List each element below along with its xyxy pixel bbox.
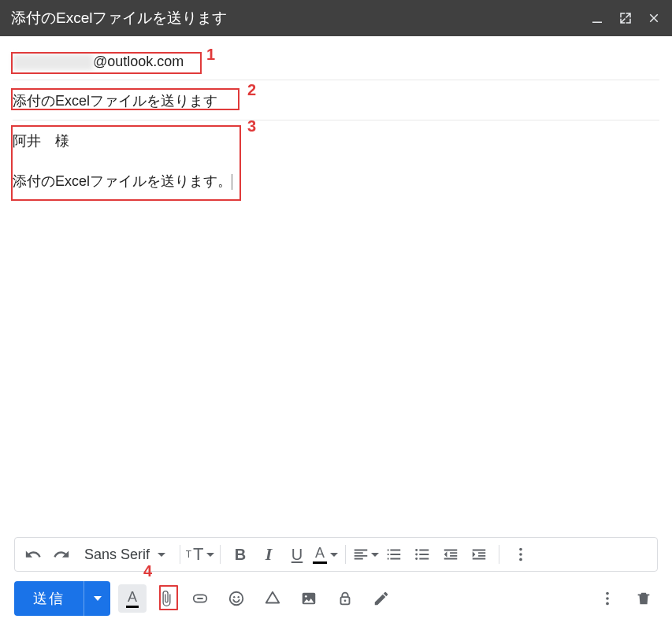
- to-field[interactable]: @outlook.com 1: [13, 36, 659, 80]
- window-controls: [590, 11, 661, 25]
- separator: [220, 545, 221, 564]
- more-vert-icon: [512, 546, 529, 563]
- font-family-picker[interactable]: Sans Serif: [76, 547, 173, 563]
- more-formatting-button[interactable]: [507, 541, 534, 568]
- text-color-button[interactable]: A: [312, 541, 339, 568]
- italic-button[interactable]: I: [255, 541, 282, 568]
- recipient-domain: @outlook.com: [93, 54, 184, 69]
- insert-link-button[interactable]: [186, 584, 214, 613]
- subject-field[interactable]: 添付のExcelファイルを送ります 2: [13, 80, 659, 120]
- send-more-button[interactable]: [84, 581, 110, 616]
- bulleted-list-icon: [414, 546, 431, 563]
- attach-file-button[interactable]: 4: [154, 584, 178, 613]
- svg-point-13: [344, 599, 347, 602]
- svg-point-15: [606, 597, 609, 600]
- annotation-number-2: 2: [247, 81, 256, 99]
- pen-icon: [373, 590, 390, 607]
- action-bar: 送信 A 4: [0, 576, 672, 630]
- svg-point-5: [519, 553, 522, 556]
- formatting-toggle-button[interactable]: A: [118, 584, 147, 613]
- paperclip-icon: [158, 590, 175, 607]
- separator: [345, 545, 346, 564]
- compose-window: 添付のExcelファイルを送ります @outlook.com 1 添付のExce…: [0, 0, 672, 630]
- insert-photo-button[interactable]: [295, 584, 323, 613]
- discard-draft-button[interactable]: [629, 584, 658, 613]
- indent-increase-button[interactable]: [466, 541, 492, 568]
- chevron-down-icon: [371, 553, 379, 557]
- svg-point-14: [606, 592, 609, 595]
- bold-icon: B: [235, 546, 246, 564]
- fullscreen-button[interactable]: [618, 11, 633, 25]
- chevron-down-icon: [94, 596, 102, 601]
- svg-point-11: [305, 595, 307, 598]
- numbered-list-button[interactable]: [381, 541, 407, 568]
- bulleted-list-button[interactable]: [409, 541, 436, 568]
- numbered-list-icon: [385, 546, 403, 563]
- send-button[interactable]: 送信: [14, 581, 84, 616]
- svg-point-9: [238, 596, 239, 598]
- font-name-label: Sans Serif: [84, 547, 150, 563]
- expand-icon: [618, 11, 633, 25]
- insert-drive-button[interactable]: [258, 584, 287, 613]
- align-left-icon: [352, 546, 369, 563]
- recipient-redacted: [13, 54, 93, 70]
- undo-icon: [24, 546, 42, 563]
- svg-point-2: [415, 554, 418, 556]
- underline-icon: U: [291, 546, 303, 564]
- recipient-chip[interactable]: @outlook.com: [13, 54, 184, 70]
- text-color-icon: A: [313, 546, 327, 564]
- text-caret: [232, 174, 232, 190]
- link-icon: [191, 590, 209, 607]
- lock-clock-icon: [336, 590, 354, 607]
- body-greeting: 阿井 様: [13, 130, 659, 153]
- undo-button[interactable]: [20, 541, 46, 568]
- formatting-icon: A: [126, 590, 139, 608]
- svg-rect-0: [592, 22, 602, 24]
- indent-increase-icon: [470, 546, 488, 563]
- drive-icon: [264, 590, 281, 607]
- font-size-icon: TT: [186, 544, 204, 565]
- body-line-2: 添付のExcelファイルを送ります。: [13, 170, 659, 193]
- subject-text: 添付のExcelファイルを送ります: [13, 93, 217, 109]
- close-icon: [647, 11, 661, 25]
- insert-emoji-button[interactable]: [222, 584, 251, 613]
- redo-button[interactable]: [48, 541, 75, 568]
- svg-point-7: [230, 592, 243, 606]
- underline-button[interactable]: U: [284, 541, 310, 568]
- header-fields: @outlook.com 1 添付のExcelファイルを送ります 2: [0, 36, 672, 120]
- insert-signature-button[interactable]: [367, 584, 395, 613]
- redo-icon: [53, 546, 70, 563]
- confidential-mode-button[interactable]: [331, 584, 359, 613]
- separator: [499, 545, 499, 564]
- minimize-button[interactable]: [590, 11, 604, 25]
- italic-icon: I: [265, 544, 273, 565]
- format-toolbar: Sans Serif TT B I U A: [14, 537, 658, 572]
- more-vert-icon: [599, 590, 616, 607]
- svg-point-4: [519, 548, 522, 551]
- svg-point-16: [606, 602, 609, 606]
- annotation-number-1: 1: [206, 46, 215, 64]
- image-icon: [300, 590, 317, 607]
- more-options-button[interactable]: [593, 584, 622, 613]
- titlebar: 添付のExcelファイルを送ります: [0, 0, 672, 36]
- svg-point-8: [233, 596, 235, 598]
- send-split: 送信: [14, 581, 110, 616]
- body-content[interactable]: 阿井 様 添付のExcelファイルを送ります。: [13, 120, 659, 193]
- svg-point-3: [415, 558, 418, 560]
- font-size-picker[interactable]: TT: [187, 541, 213, 568]
- compose-title: 添付のExcelファイルを送ります: [11, 8, 590, 28]
- chevron-down-icon: [158, 553, 165, 557]
- align-button[interactable]: [352, 541, 379, 568]
- svg-point-6: [519, 558, 522, 561]
- separator: [180, 545, 180, 564]
- indent-decrease-icon: [442, 546, 459, 563]
- emoji-icon: [228, 590, 245, 607]
- bold-button[interactable]: B: [227, 541, 254, 568]
- close-button[interactable]: [647, 11, 661, 25]
- trash-icon: [635, 590, 652, 607]
- chevron-down-icon: [206, 553, 214, 557]
- svg-point-1: [415, 549, 418, 551]
- indent-decrease-button[interactable]: [437, 541, 464, 568]
- body-area[interactable]: 阿井 様 添付のExcelファイルを送ります。 3: [0, 120, 672, 537]
- chevron-down-icon: [330, 553, 338, 557]
